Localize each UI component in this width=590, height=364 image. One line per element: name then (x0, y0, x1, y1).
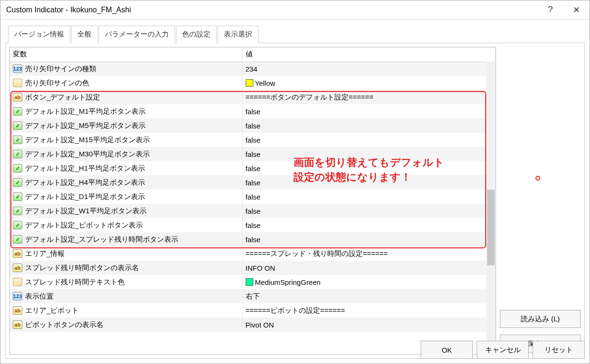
value-text: false (246, 236, 261, 244)
table-row[interactable]: 売り矢印サインの色Yellow (10, 76, 496, 90)
value-cell[interactable]: false (242, 161, 496, 175)
variable-cell[interactable]: スプレッド残り時間テキスト色 (10, 275, 242, 289)
cancel-button[interactable]: キャンセル (477, 341, 529, 359)
value-text: Yellow (255, 79, 276, 87)
value-cell[interactable]: INFO ON (242, 261, 496, 275)
table-row[interactable]: abピボットボタンの表示名Pivot ON (10, 318, 496, 332)
value-cell[interactable]: 234 (242, 62, 496, 76)
load-button[interactable]: 読み込み (L) (500, 310, 581, 328)
tab-colors[interactable]: 色の設定 (176, 26, 217, 43)
ok-button[interactable]: OK (421, 341, 473, 359)
value-text: ======スプレッド・残り時間の設定====== (246, 249, 388, 258)
table-row[interactable]: abスプレッド残り時間ボタンの表示名INFO ON (10, 261, 496, 275)
value-text: Pivot ON (246, 321, 274, 329)
value-cell[interactable]: ======ピボットの設定====== (242, 303, 496, 318)
variable-name: エリア_情報 (25, 249, 65, 258)
value-cell[interactable]: ======ボタンのデフォルト設定====== (242, 90, 496, 104)
table-row[interactable]: ✓デフォルト設定_ピボットボタン表示false (10, 218, 496, 232)
table-row[interactable]: 123表示位置右下 (10, 289, 496, 303)
value-text: false (246, 221, 261, 229)
tab-bar: バージョン情報 全般 パラメーターの入力 色の設定 表示選択 (5, 25, 585, 43)
table-row[interactable]: ✓デフォルト設定_H4平均足ボタン表示false (10, 175, 496, 190)
table-row[interactable]: abエリア_情報======スプレッド・残り時間の設定====== (10, 246, 496, 261)
variable-cell[interactable]: ✓デフォルト設定_M1平均足ボタン表示 (10, 104, 242, 118)
variable-name: デフォルト設定_H4平均足ボタン表示 (25, 178, 145, 187)
variable-cell[interactable]: abボタン_デフォルト設定 (10, 90, 242, 104)
variable-cell[interactable]: ✓デフォルト設定_ピボットボタン表示 (10, 218, 242, 232)
variable-cell[interactable]: ✓デフォルト設定_H4平均足ボタン表示 (10, 175, 242, 190)
variable-name: デフォルト設定_スプレッド残り時間ボタン表示 (25, 235, 178, 244)
value-cell[interactable]: false (242, 204, 496, 218)
variable-name: デフォルト設定_ピボットボタン表示 (25, 221, 143, 230)
bool-type-icon: ✓ (13, 121, 22, 130)
table-row[interactable]: abボタン_デフォルト設定======ボタンのデフォルト設定====== (10, 90, 496, 104)
value-cell[interactable]: false (242, 147, 496, 161)
variable-cell[interactable]: ✓デフォルト設定_D1平均足ボタン表示 (10, 190, 242, 204)
color-swatch (246, 278, 253, 286)
value-cell[interactable]: false (242, 190, 496, 204)
variable-name: デフォルト設定_D1平均足ボタン表示 (25, 192, 145, 201)
variable-cell[interactable]: ✓デフォルト設定_W1平均足ボタン表示 (10, 204, 242, 218)
variable-cell[interactable]: 123表示位置 (10, 289, 242, 303)
table-row[interactable]: ✓デフォルト設定_スプレッド残り時間ボタン表示false (10, 232, 496, 246)
table-row[interactable]: ✓デフォルト設定_M15平均足ボタン表示false (10, 133, 496, 147)
variable-name: 表示位置 (25, 292, 54, 301)
value-cell[interactable]: Yellow (242, 76, 496, 90)
value-cell[interactable]: false (242, 232, 496, 246)
table-row[interactable]: ✓デフォルト設定_H1平均足ボタン表示false (10, 161, 496, 175)
table-row[interactable]: 123売り矢印サインの種類234 (10, 62, 496, 76)
value-cell[interactable]: false (242, 218, 496, 232)
tab-general[interactable]: 全般 (71, 26, 98, 43)
table-row[interactable]: ✓デフォルト設定_M1平均足ボタン表示false (10, 104, 496, 118)
close-button[interactable]: ✕ (563, 0, 590, 19)
tab-parameters[interactable]: パラメーターの入力 (99, 26, 175, 43)
table-row[interactable]: スプレッド残り時間テキスト色MediumSpringGreen (10, 275, 496, 289)
table-row[interactable]: ✓デフォルト設定_W1平均足ボタン表示false (10, 204, 496, 218)
str-type-icon: ab (13, 249, 22, 258)
value-cell[interactable]: Pivot ON (242, 318, 496, 332)
value-cell[interactable]: false (242, 118, 496, 133)
variable-cell[interactable]: abエリア_ピボット (10, 303, 242, 318)
str-type-icon: ab (13, 306, 22, 315)
value-cell[interactable]: 右下 (242, 289, 496, 303)
value-cell[interactable]: false (242, 133, 496, 147)
value-cell[interactable]: MediumSpringGreen (242, 275, 496, 289)
variable-cell[interactable]: ✓デフォルト設定_M15平均足ボタン表示 (10, 133, 242, 147)
variable-cell[interactable]: abエリア_情報 (10, 246, 242, 261)
variable-name: デフォルト設定_H1平均足ボタン表示 (25, 164, 145, 173)
dialog-title: Custom Indicator - Ikokuno_FM_Ashi (6, 6, 131, 14)
scrollbar-thumb[interactable] (487, 190, 495, 265)
value-text: false (246, 136, 261, 144)
help-button[interactable]: ? (537, 0, 563, 19)
variable-cell[interactable]: ✓デフォルト設定_M30平均足ボタン表示 (10, 147, 242, 161)
parameter-table-wrap: 変数 値 123売り矢印サインの種類234売り矢印サインの色Yellowabボタ… (9, 47, 496, 355)
reset-button[interactable]: リセット (533, 341, 585, 359)
variable-cell[interactable]: abスプレッド残り時間ボタンの表示名 (10, 261, 242, 275)
table-row[interactable]: abエリア_ピボット======ピボットの設定====== (10, 303, 496, 318)
col-header-variable[interactable]: 変数 (10, 47, 242, 62)
dialog-button-row: OK キャンセル リセット (421, 341, 585, 359)
variable-cell[interactable]: 売り矢印サインの色 (10, 76, 242, 90)
tab-display[interactable]: 表示選択 (218, 26, 258, 43)
tab-version[interactable]: バージョン情報 (8, 26, 70, 43)
table-row[interactable]: ✓デフォルト設定_D1平均足ボタン表示false (10, 190, 496, 204)
color-swatch (246, 79, 253, 87)
variable-cell[interactable]: 123売り矢印サインの種類 (10, 62, 242, 76)
vertical-scrollbar[interactable] (486, 62, 496, 354)
variable-cell[interactable]: ✓デフォルト設定_スプレッド残り時間ボタン表示 (10, 232, 242, 246)
value-cell[interactable]: ======スプレッド・残り時間の設定====== (242, 246, 496, 261)
tab-body: 変数 値 123売り矢印サインの種類234売り矢印サインの色Yellowabボタ… (5, 43, 585, 359)
col-header-value[interactable]: 値 (242, 47, 496, 62)
bool-type-icon: ✓ (13, 107, 22, 116)
value-text: false (246, 164, 261, 173)
variable-cell[interactable]: ✓デフォルト設定_H1平均足ボタン表示 (10, 161, 242, 175)
table-row[interactable]: ✓デフォルト設定_M5平均足ボタン表示false (10, 118, 496, 133)
variable-name: 売り矢印サインの色 (25, 79, 89, 88)
value-cell[interactable]: false (242, 104, 496, 118)
variable-cell[interactable]: abピボットボタンの表示名 (10, 318, 242, 332)
variable-cell[interactable]: ✓デフォルト設定_M5平均足ボタン表示 (10, 118, 242, 133)
value-cell[interactable]: false (242, 175, 496, 190)
variable-name: デフォルト設定_M15平均足ボタン表示 (25, 136, 150, 145)
variable-name: スプレッド残り時間ボタンの表示名 (25, 264, 139, 273)
table-row[interactable]: ✓デフォルト設定_M30平均足ボタン表示false (10, 147, 496, 161)
